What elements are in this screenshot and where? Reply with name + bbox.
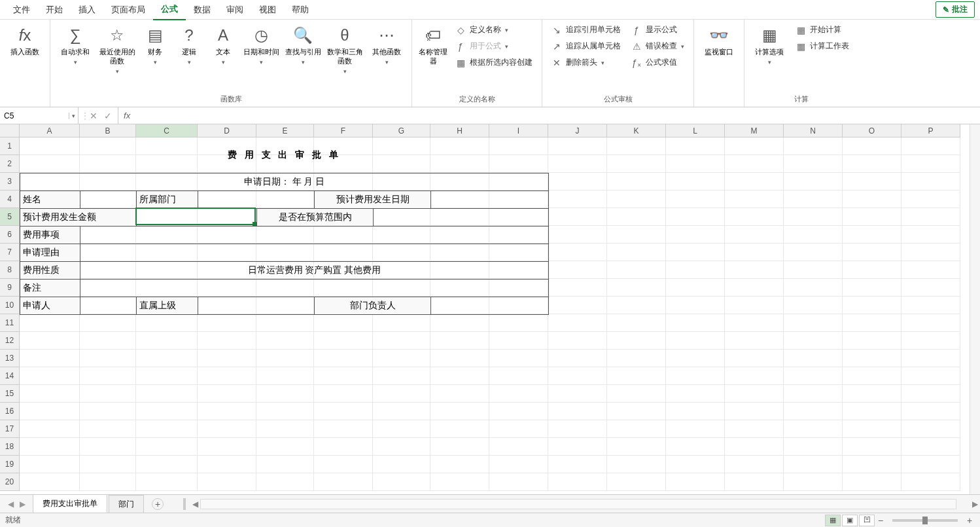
remark-field[interactable] (80, 279, 549, 297)
col-header-E[interactable]: E (256, 124, 314, 137)
more-fn-button[interactable]: ⋯其他函数▾ (367, 22, 406, 69)
row-header-4[interactable]: 4 (0, 191, 20, 208)
row-header-9[interactable]: 9 (0, 279, 20, 297)
define-name-button[interactable]: ◇定义名称▾ (451, 22, 536, 37)
reason-field[interactable] (80, 244, 549, 261)
row-header-7[interactable]: 7 (0, 244, 20, 261)
select-all-corner[interactable] (0, 124, 20, 137)
row-header-20[interactable]: 20 (0, 473, 20, 491)
hscroll-right[interactable]: ▶ (970, 500, 980, 509)
in-budget-field[interactable] (374, 208, 549, 226)
sheet-tab-1[interactable]: 部门 (109, 495, 144, 513)
zoom-out-button[interactable]: − (875, 515, 886, 526)
row-header-3[interactable]: 3 (0, 173, 20, 191)
col-header-N[interactable]: N (784, 124, 843, 137)
datetime-button[interactable]: ◷日期和时间▾ (241, 22, 281, 69)
dept-field[interactable] (198, 191, 315, 208)
menu-data[interactable]: 数据 (186, 0, 219, 20)
formula-input[interactable] (135, 107, 980, 124)
lookup-button[interactable]: 🔍查找与引用▾ (283, 22, 323, 69)
applicant-field[interactable] (80, 297, 137, 314)
name-manager-button[interactable]: 🏷名称管理器 (417, 22, 449, 68)
col-header-M[interactable]: M (725, 124, 784, 137)
row-header-10[interactable]: 10 (0, 297, 20, 314)
col-header-O[interactable]: O (843, 124, 901, 137)
row-header-5[interactable]: 5 (0, 208, 20, 226)
menu-home[interactable]: 开始 (38, 0, 71, 20)
fx-icon[interactable]: fx (118, 107, 135, 124)
col-header-C[interactable]: C (136, 124, 198, 137)
row-header-6[interactable]: 6 (0, 226, 20, 244)
evaluate-formula-button[interactable]: ƒₓ公式求值 (627, 55, 688, 70)
col-header-H[interactable]: H (430, 124, 489, 137)
zoom-slider[interactable] (892, 519, 958, 522)
row-header-17[interactable]: 17 (0, 420, 20, 438)
menu-pagelayout[interactable]: 页面布局 (103, 0, 153, 20)
insert-function-button[interactable]: fx 插入函数 (5, 22, 44, 59)
col-header-A[interactable]: A (20, 124, 80, 137)
view-pagelayout-button[interactable]: ▣ (842, 515, 858, 526)
row-header-11[interactable]: 11 (0, 314, 20, 332)
zoom-handle[interactable] (922, 517, 928, 524)
row-header-18[interactable]: 18 (0, 438, 20, 456)
watch-window-button[interactable]: 👓监视窗口 (699, 22, 739, 59)
view-normal-button[interactable]: ▦ (825, 515, 841, 526)
recent-fn-button[interactable]: ☆最近使用的函数▾ (97, 22, 137, 79)
est-amount-field[interactable] (137, 208, 257, 226)
tab-next-button[interactable]: ▶ (17, 500, 27, 509)
col-header-J[interactable]: J (548, 124, 607, 137)
col-header-K[interactable]: K (607, 124, 666, 137)
financial-button[interactable]: ▤财务▾ (139, 22, 171, 69)
sheet-tab-0[interactable]: 费用支出审批单 (33, 494, 107, 514)
col-header-F[interactable]: F (314, 124, 373, 137)
calc-options-button[interactable]: ▦计算选项▾ (750, 22, 789, 69)
text-fn-button[interactable]: A文本▾ (207, 22, 239, 69)
annotate-button[interactable]: ✎ 批注 (936, 1, 975, 18)
menu-file[interactable]: 文件 (5, 0, 38, 20)
vertical-scrollbar[interactable] (970, 124, 980, 494)
est-date-field[interactable] (431, 191, 549, 208)
create-from-selection-button[interactable]: ▦根据所选内容创建 (451, 55, 536, 70)
row-header-19[interactable]: 19 (0, 456, 20, 473)
form-date-line[interactable]: 申请日期： 年 月 日 (20, 173, 549, 191)
menu-help[interactable]: 帮助 (284, 0, 317, 20)
row-header-13[interactable]: 13 (0, 350, 20, 367)
row-header-1[interactable]: 1 (0, 137, 20, 155)
col-header-G[interactable]: G (373, 124, 430, 137)
menu-insert[interactable]: 插入 (71, 0, 103, 20)
dept-head-field[interactable] (431, 297, 549, 314)
col-header-P[interactable]: P (901, 124, 960, 137)
menu-formulas[interactable]: 公式 (153, 0, 186, 20)
row-header-14[interactable]: 14 (0, 367, 20, 385)
item-field[interactable] (80, 226, 549, 244)
error-check-button[interactable]: ⚠错误检查▾ (627, 39, 688, 54)
use-in-formula-button[interactable]: ƒ用于公式▾ (451, 39, 536, 54)
col-header-B[interactable]: B (80, 124, 136, 137)
col-header-D[interactable]: D (198, 124, 256, 137)
autosum-button[interactable]: ∑自动求和▾ (56, 22, 95, 69)
tab-prev-button[interactable]: ◀ (5, 500, 16, 509)
name-field[interactable] (80, 191, 137, 208)
math-button[interactable]: θ数学和三角函数▾ (325, 22, 364, 79)
view-pagebreak-button[interactable]: 凹 (859, 515, 875, 526)
row-header-2[interactable]: 2 (0, 155, 20, 173)
hscroll-left[interactable]: ◀ (190, 500, 200, 509)
col-header-L[interactable]: L (666, 124, 725, 137)
nature-options[interactable]: 日常运营费用 资产购置 其他费用 (80, 261, 549, 279)
row-header-16[interactable]: 16 (0, 403, 20, 420)
trace-precedents-button[interactable]: ↘追踪引用单元格 (548, 22, 625, 37)
calc-sheet-button[interactable]: ▦计算工作表 (792, 39, 853, 54)
accept-formula-button[interactable]: ✓ (101, 111, 115, 121)
row-header-12[interactable]: 12 (0, 332, 20, 350)
cancel-formula-button[interactable]: ✕ (86, 111, 101, 121)
supervisor-field[interactable] (198, 297, 315, 314)
row-header-15[interactable]: 15 (0, 385, 20, 403)
trace-dependents-button[interactable]: ↗追踪从属单元格 (548, 39, 625, 54)
menu-view[interactable]: 视图 (251, 0, 284, 20)
name-box-input[interactable] (0, 111, 69, 120)
row-header-8[interactable]: 8 (0, 261, 20, 279)
show-formulas-button[interactable]: ƒ显示公式 (627, 22, 688, 37)
remove-arrows-button[interactable]: ✕删除箭头▾ (548, 55, 625, 70)
tab-split-handle[interactable] (183, 498, 186, 510)
logical-button[interactable]: ?逻辑▾ (173, 22, 205, 69)
